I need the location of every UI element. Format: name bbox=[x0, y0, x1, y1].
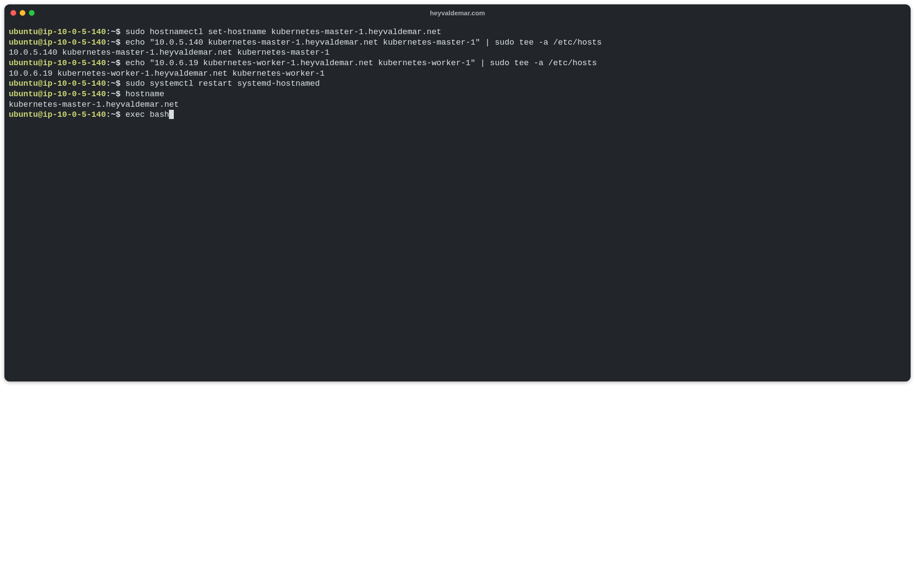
prompt-path: ~ bbox=[111, 59, 116, 68]
prompt-userhost: ubuntu@ip-10-0-5-140 bbox=[9, 79, 106, 88]
terminal-line: ubuntu@ip-10-0-5-140:~$ hostname bbox=[9, 89, 906, 100]
prompt-path: ~ bbox=[111, 38, 116, 47]
terminal-line: ubuntu@ip-10-0-5-140:~$ sudo systemctl r… bbox=[9, 79, 906, 89]
maximize-icon[interactable] bbox=[29, 10, 35, 16]
terminal-body[interactable]: ubuntu@ip-10-0-5-140:~$ sudo hostnamectl… bbox=[4, 21, 911, 382]
prompt-dollar: $ bbox=[116, 59, 120, 68]
prompt-separator: : bbox=[106, 28, 111, 37]
command-text: echo "10.0.6.19 kubernetes-worker-1.heyv… bbox=[120, 59, 597, 68]
prompt-userhost: ubuntu@ip-10-0-5-140 bbox=[9, 38, 106, 47]
terminal-line: ubuntu@ip-10-0-5-140:~$ echo "10.0.5.140… bbox=[9, 38, 906, 48]
prompt-userhost: ubuntu@ip-10-0-5-140 bbox=[9, 90, 106, 99]
terminal-output: 10.0.6.19 kubernetes-worker-1.heyvaldema… bbox=[9, 69, 906, 79]
window-titlebar: heyvaldemar.com bbox=[4, 4, 911, 21]
terminal-window: heyvaldemar.com ubuntu@ip-10-0-5-140:~$ … bbox=[4, 4, 911, 382]
prompt-separator: : bbox=[106, 110, 111, 119]
prompt-separator: : bbox=[106, 79, 111, 88]
command-text: exec bash bbox=[120, 110, 169, 119]
command-text: echo "10.0.5.140 kubernetes-master-1.hey… bbox=[120, 38, 602, 47]
terminal-output: 10.0.5.140 kubernetes-master-1.heyvaldem… bbox=[9, 48, 906, 58]
minimize-icon[interactable] bbox=[20, 10, 25, 16]
cursor-icon bbox=[169, 110, 174, 119]
prompt-userhost: ubuntu@ip-10-0-5-140 bbox=[9, 110, 106, 119]
prompt-dollar: $ bbox=[116, 38, 120, 47]
prompt-dollar: $ bbox=[116, 110, 120, 119]
prompt-path: ~ bbox=[111, 110, 116, 119]
close-icon[interactable] bbox=[11, 10, 16, 16]
terminal-line: ubuntu@ip-10-0-5-140:~$ sudo hostnamectl… bbox=[9, 27, 906, 38]
prompt-separator: : bbox=[106, 59, 111, 68]
prompt-separator: : bbox=[106, 38, 111, 47]
command-text: hostname bbox=[120, 90, 164, 99]
command-text: sudo hostnamectl set-hostname kubernetes… bbox=[120, 28, 441, 37]
prompt-path: ~ bbox=[111, 79, 116, 88]
prompt-path: ~ bbox=[111, 28, 116, 37]
prompt-dollar: $ bbox=[116, 90, 120, 99]
command-text: sudo systemctl restart systemd-hostnamed bbox=[120, 79, 320, 88]
prompt-userhost: ubuntu@ip-10-0-5-140 bbox=[9, 28, 106, 37]
prompt-dollar: $ bbox=[116, 79, 120, 88]
window-controls bbox=[11, 10, 35, 16]
window-title: heyvaldemar.com bbox=[430, 9, 485, 17]
prompt-path: ~ bbox=[111, 90, 116, 99]
terminal-line: ubuntu@ip-10-0-5-140:~$ exec bash bbox=[9, 110, 906, 120]
terminal-output: kubernetes-master-1.heyvaldemar.net bbox=[9, 100, 906, 110]
prompt-userhost: ubuntu@ip-10-0-5-140 bbox=[9, 59, 106, 68]
prompt-separator: : bbox=[106, 90, 111, 99]
terminal-line: ubuntu@ip-10-0-5-140:~$ echo "10.0.6.19 … bbox=[9, 58, 906, 69]
prompt-dollar: $ bbox=[116, 28, 120, 37]
